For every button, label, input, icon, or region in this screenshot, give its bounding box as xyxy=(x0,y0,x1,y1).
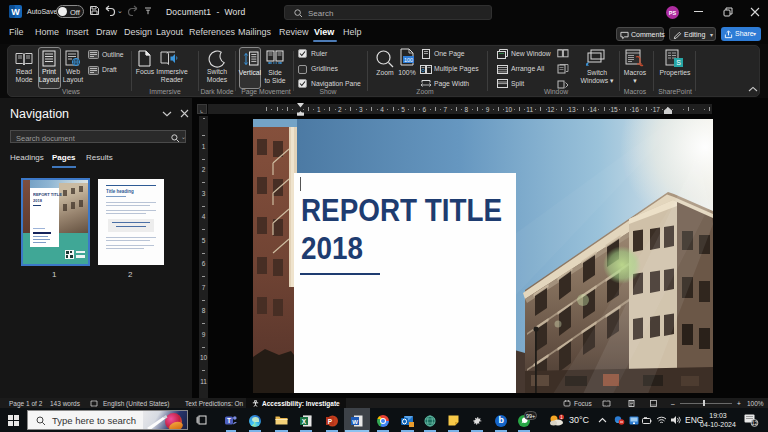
svg-text:S: S xyxy=(676,59,681,66)
svg-text:T: T xyxy=(227,417,231,424)
svg-text:X: X xyxy=(302,417,307,424)
svg-text:12: 12 xyxy=(751,420,757,426)
svg-text:P: P xyxy=(328,417,333,424)
svg-text:W: W xyxy=(352,418,358,424)
svg-text:100: 100 xyxy=(404,57,413,63)
svg-text:W: W xyxy=(11,7,20,17)
